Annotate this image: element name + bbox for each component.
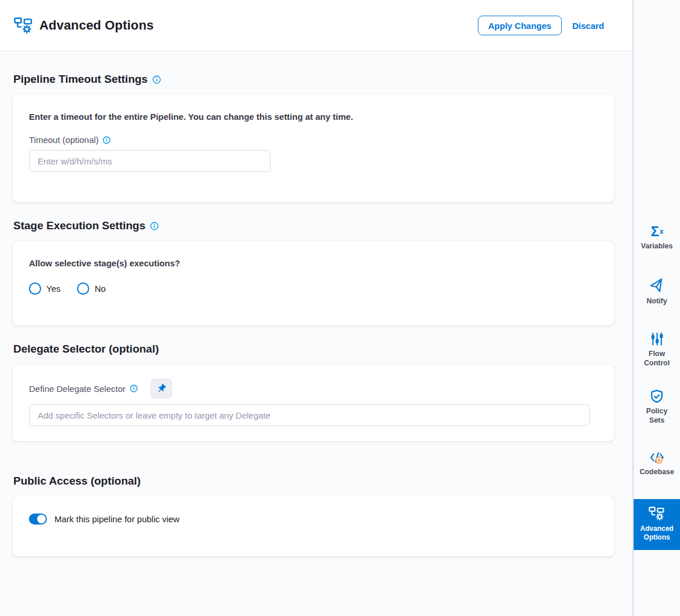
pipeline-gear-icon (649, 506, 665, 522)
sigma-variables-icon: Σx (650, 223, 663, 239)
delegate-selector-section: Delegate Selector (optional) Define Dele… (13, 343, 633, 441)
sidebar-item-label: Policy Sets (638, 407, 675, 425)
info-icon[interactable] (152, 75, 161, 84)
info-icon[interactable] (130, 384, 138, 393)
public-access-heading-row: Public Access (optional) (13, 475, 633, 487)
info-icon[interactable] (150, 222, 159, 230)
pipeline-timeout-section: Pipeline Timeout Settings Enter a timeou… (13, 73, 633, 202)
public-view-toggle-label: Mark this pipeline for public view (54, 514, 180, 524)
stage-execution-heading-row: Stage Execution Settings (13, 219, 633, 232)
sidebar-item-codebase[interactable]: Codebase (634, 449, 680, 477)
sidebar-item-flow-control[interactable]: Flow Control (634, 331, 680, 368)
stage-execution-section: Stage Execution Settings Allow selective… (13, 219, 633, 325)
public-view-toggle-row: Mark this pipeline for public view (29, 514, 598, 525)
right-sidebar: Σx Variables Notify (633, 0, 680, 616)
code-warning-icon (648, 449, 666, 465)
delegate-selector-input[interactable] (29, 404, 590, 426)
selective-stage-question: Allow selective stage(s) executions? (29, 258, 598, 268)
sidebar-item-advanced-options[interactable]: Advanced Options (634, 499, 680, 550)
delegate-label: Define Delegate Selector (29, 384, 126, 394)
public-access-section: Public Access (optional) Mark this pipel… (13, 475, 633, 556)
radio-label-yes: Yes (46, 284, 60, 294)
delegate-label-row: Define Delegate Selector (29, 379, 598, 398)
sidebar-item-label: Flow Control (638, 350, 675, 368)
apply-changes-button[interactable]: Apply Changes (478, 16, 562, 35)
timeout-description: Enter a timeout for the entire Pipeline.… (29, 112, 598, 122)
sidebar-item-variables[interactable]: Σx Variables (634, 223, 680, 251)
radio-circle-icon[interactable] (29, 283, 41, 295)
sidebar-item-label: Codebase (639, 468, 674, 477)
pipeline-timeout-heading: Pipeline Timeout Settings (13, 73, 148, 86)
pushpin-icon (156, 383, 167, 394)
public-access-card: Mark this pipeline for public view (13, 496, 614, 556)
sidebar-item-policy-sets[interactable]: Policy Sets (634, 388, 680, 425)
timeout-label-row: Timeout (optional) (29, 135, 598, 145)
paper-plane-icon (649, 278, 664, 294)
page-title: Advanced Options (39, 18, 154, 33)
sidebar-item-label: Notify (646, 297, 667, 306)
stage-execution-card: Allow selective stage(s) executions? Yes… (13, 241, 614, 325)
timeout-input[interactable] (29, 150, 270, 172)
delegate-selector-heading: Delegate Selector (optional) (13, 343, 159, 355)
pin-delegate-button[interactable] (151, 379, 172, 398)
advanced-options-page: Advanced Options Apply Changes Discard P… (0, 0, 680, 616)
public-view-toggle[interactable] (29, 514, 47, 525)
sidebar-item-label: Variables (641, 242, 673, 251)
pipeline-timeout-heading-row: Pipeline Timeout Settings (13, 73, 633, 86)
delegate-selector-heading-row: Delegate Selector (optional) (13, 343, 633, 355)
pipeline-gear-icon (14, 17, 33, 34)
sidebar-item-label: Advanced Options (638, 525, 675, 542)
info-icon[interactable] (103, 136, 111, 144)
timeout-label: Timeout (optional) (29, 135, 98, 145)
panel-header: Advanced Options Apply Changes Discard (0, 0, 633, 52)
radio-label-no: No (94, 284, 105, 294)
selective-stage-radio-group: Yes No (29, 283, 598, 295)
toggle-knob (37, 515, 46, 523)
public-access-heading: Public Access (optional) (13, 475, 141, 487)
sliders-icon (650, 331, 664, 347)
sidebar-item-notify[interactable]: Notify (634, 278, 680, 306)
stage-execution-heading: Stage Execution Settings (13, 219, 145, 232)
pipeline-timeout-card: Enter a timeout for the entire Pipeline.… (13, 94, 614, 202)
radio-option-yes[interactable]: Yes (29, 283, 60, 295)
radio-circle-icon[interactable] (77, 283, 89, 295)
main-panel: Advanced Options Apply Changes Discard P… (0, 0, 633, 616)
delegate-selector-card: Define Delegate Selector (13, 364, 614, 441)
radio-option-no[interactable]: No (77, 283, 105, 295)
sidebar-nav: Σx Variables Notify (634, 223, 680, 550)
discard-button[interactable]: Discard (572, 21, 604, 31)
settings-content: Pipeline Timeout Settings Enter a timeou… (0, 52, 633, 556)
shield-check-icon (649, 388, 664, 404)
